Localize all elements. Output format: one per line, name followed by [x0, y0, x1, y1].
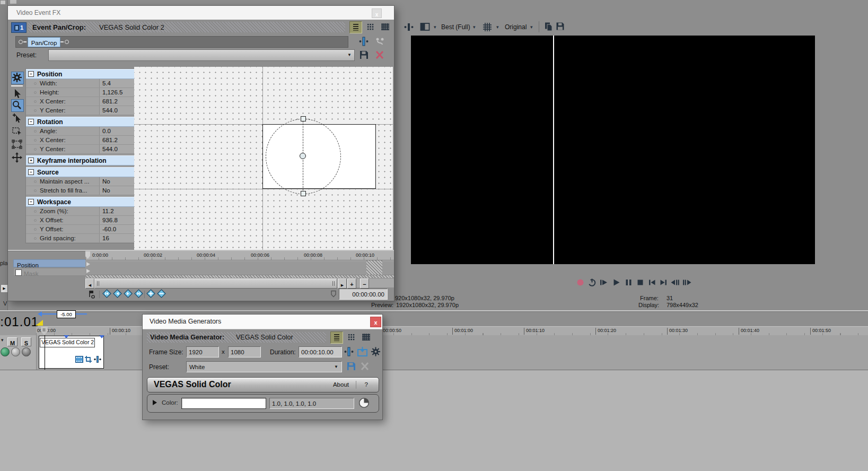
pan-crop-icon[interactable] [85, 356, 92, 363]
keyframe-marker-icon[interactable] [86, 269, 90, 273]
keyframe-marker-icon[interactable] [86, 262, 90, 266]
preset-dropdown-icon[interactable]: ▼ [334, 364, 338, 369]
add-keyframe-cursor-icon[interactable] [12, 113, 22, 123]
preview-quality-icon[interactable] [420, 22, 431, 31]
layout-compact-button[interactable] [349, 21, 362, 33]
property-row[interactable]: Zoom (%):11.2 [26, 207, 134, 216]
fx-kf-lane-mask[interactable] [85, 268, 394, 275]
generated-media-icon[interactable] [75, 356, 83, 363]
vmg-settings-gear-icon[interactable] [371, 346, 381, 357]
track-header[interactable]: ▾ M S [0, 335, 37, 370]
property-row[interactable]: Y Center:544.0 [26, 145, 134, 154]
pause-button[interactable] [624, 278, 633, 287]
expand-icon[interactable]: + [28, 158, 34, 163]
property-row[interactable]: Maintain aspect ...No [26, 177, 134, 186]
frame-width-field[interactable]: 1920 [186, 346, 219, 357]
vmg-layout-compact-button[interactable] [330, 332, 343, 344]
fx-kf-ruler[interactable]: 0:00:00 00:00:02 00:00:04 00:00:06 00:00… [85, 251, 394, 260]
vmg-split-screen-icon[interactable] [344, 346, 354, 357]
marker-bar[interactable] [0, 312, 868, 326]
fx-kf-lane-position[interactable] [85, 260, 394, 268]
quality-dropdown-icon-2[interactable]: ▾ [473, 24, 476, 30]
property-row[interactable]: Width:5.4 [26, 79, 134, 88]
crop-top-handle[interactable] [301, 116, 306, 121]
expander-icon[interactable] [153, 400, 157, 405]
edit-cursor-tool-icon[interactable] [12, 89, 22, 99]
property-row[interactable]: Grid spacing:16 [26, 234, 134, 243]
video-display[interactable] [411, 36, 815, 264]
last-keyframe-button[interactable] [134, 289, 143, 298]
overlays-dropdown-icon[interactable]: ▾ [496, 24, 499, 30]
property-row[interactable]: X Center:681.2 [26, 97, 134, 106]
color-swatch[interactable] [181, 398, 266, 409]
section-header-position[interactable]: − Position [26, 69, 134, 79]
loop-region-end-icon[interactable] [99, 335, 104, 338]
zoom-out-time-button[interactable]: − [360, 278, 369, 289]
play-button[interactable] [612, 278, 621, 287]
fx-split-screen-icon[interactable] [359, 36, 369, 47]
properties-gear-button[interactable] [11, 72, 24, 84]
plugin-chain-icon[interactable] [375, 36, 385, 47]
previous-keyframe-button[interactable] [113, 289, 122, 298]
selection-box-tool-icon[interactable] [12, 127, 22, 137]
fx-title-bar[interactable]: Video Event FX x [8, 6, 394, 20]
match-event-length-icon[interactable] [357, 346, 368, 357]
solo-button[interactable]: S [21, 337, 31, 346]
dock-tab-label[interactable]: pla [0, 260, 8, 266]
record-button[interactable] [576, 278, 585, 287]
section-header-source[interactable]: − Source [26, 167, 134, 177]
track-motion-icon[interactable] [11, 347, 20, 356]
property-row[interactable]: X Center:681.2 [26, 136, 134, 145]
event-fx-icon[interactable] [94, 356, 101, 363]
previous-frame-button[interactable] [670, 278, 680, 287]
scrollbar-thumb[interactable] [94, 278, 337, 289]
preset-dropdown-icon[interactable]: ▼ [347, 53, 352, 57]
track-expand-icon[interactable]: ▾ [1, 337, 4, 343]
crop-bottom-handle[interactable] [301, 191, 306, 196]
zoom-dropdown-icon[interactable]: ▾ [530, 24, 533, 30]
section-header-workspace[interactable]: − Workspace [26, 197, 134, 207]
loop-playback-button[interactable] [588, 278, 597, 287]
about-button[interactable]: About [333, 381, 349, 388]
zoom-tool-button[interactable] [11, 99, 24, 112]
color-value-field[interactable]: 1.0, 1.0, 1.0, 1.0 [269, 398, 354, 409]
fx-kf-scrollbar[interactable]: ◀ ▶ + − [85, 278, 394, 287]
mute-button[interactable]: M [7, 337, 17, 346]
vmg-layout-medium-button[interactable] [345, 332, 357, 343]
vmg-close-button[interactable]: x [370, 317, 381, 327]
save-snapshot-icon[interactable] [556, 22, 565, 31]
move-tool-icon[interactable] [12, 152, 22, 163]
scroll-right-button[interactable]: ▶ [338, 278, 347, 289]
property-row[interactable]: Height:1,126.5 [26, 88, 134, 97]
dock-expand-button[interactable]: ▶ [1, 284, 8, 293]
next-frame-button[interactable] [682, 278, 692, 287]
vmg-delete-preset-icon[interactable] [360, 361, 370, 371]
copy-snapshot-icon[interactable] [544, 22, 554, 31]
collapse-icon[interactable]: − [28, 169, 34, 175]
pan-crop-canvas[interactable] [134, 67, 393, 250]
animate-clock-icon[interactable] [358, 397, 370, 408]
play-from-start-button[interactable] [599, 278, 608, 287]
section-header-keyframe-interpolation[interactable]: + Keyframe interpolation [26, 155, 134, 165]
vmg-title-bar[interactable]: Video Media Generators x [143, 315, 382, 329]
crop-center-handle[interactable] [300, 153, 306, 159]
collapse-icon[interactable]: − [28, 119, 34, 125]
preview-quality-label[interactable]: Best (Full) [441, 23, 470, 31]
kf-row-position[interactable]: Position [13, 259, 86, 267]
preview-zoom-label[interactable]: Original [505, 23, 527, 31]
collapse-icon[interactable]: − [28, 71, 34, 77]
fx-preset-combobox[interactable]: ▼ [48, 49, 355, 61]
loop-region-start-icon[interactable] [64, 335, 69, 338]
go-to-start-button[interactable] [647, 278, 656, 287]
track-fx-icon[interactable] [22, 347, 31, 356]
insert-keyframe-button[interactable] [146, 289, 155, 298]
fx-close-button[interactable]: x [372, 8, 382, 18]
event-clip[interactable]: VEGAS Solid Color 2 [39, 336, 104, 369]
section-header-rotation[interactable]: − Rotation [26, 117, 134, 127]
zoom-in-time-button[interactable]: + [347, 278, 356, 289]
property-row[interactable]: Stretch to fill fra...No [26, 186, 134, 195]
duration-field[interactable]: 00:00:10.00 [299, 346, 342, 357]
save-preset-icon[interactable] [359, 50, 369, 60]
first-keyframe-button[interactable] [102, 289, 111, 298]
vmg-save-preset-icon[interactable] [346, 361, 356, 371]
